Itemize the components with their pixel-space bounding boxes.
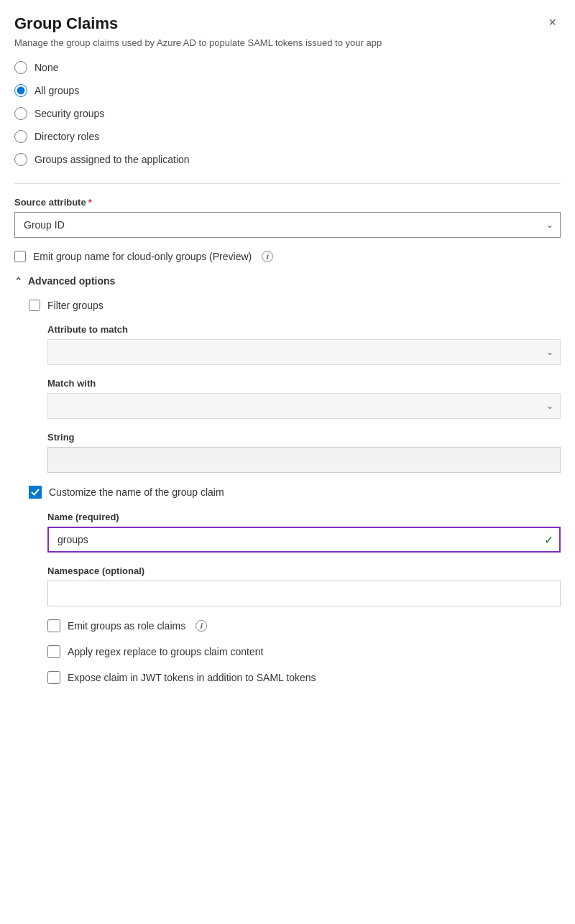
radio-directory-roles-input[interactable] — [14, 130, 27, 143]
expose-jwt-label: Expose claim in JWT tokens in addition t… — [68, 672, 316, 683]
radio-none[interactable]: None — [14, 61, 561, 74]
radio-security-groups[interactable]: Security groups — [14, 107, 561, 120]
filter-subfields: Attribute to match ⌄ Match with — [29, 324, 561, 473]
emit-role-claims-checkbox[interactable] — [47, 619, 60, 632]
customize-name-checkbox[interactable] — [29, 486, 42, 499]
customize-name-row: Customize the name of the group claim — [29, 486, 561, 499]
divider-1 — [14, 183, 561, 184]
name-field-wrapper: ✓ — [47, 527, 561, 553]
filter-groups-label: Filter groups — [47, 300, 104, 311]
match-with-select-wrapper: ⌄ — [47, 393, 561, 419]
emit-cloud-label: Emit group name for cloud-only groups (P… — [33, 251, 252, 262]
emit-role-claims-row: Emit groups as role claims i — [47, 619, 561, 632]
radio-all-groups[interactable]: All groups — [14, 84, 561, 97]
expose-jwt-checkbox[interactable] — [47, 671, 60, 684]
radio-none-label: None — [34, 62, 58, 73]
advanced-options-header[interactable]: ⌃ Advanced options — [14, 275, 561, 287]
group-claims-panel: Group Claims × Manage the group claims u… — [0, 0, 575, 719]
filter-groups-checkbox[interactable] — [29, 300, 40, 311]
radio-all-groups-input[interactable] — [14, 84, 27, 97]
panel-subtitle: Manage the group claims used by Azure AD… — [14, 37, 561, 48]
checkmark-icon — [31, 488, 40, 496]
radio-groups-assigned-input[interactable] — [14, 153, 27, 166]
name-required-section: Name (required) ✓ — [47, 512, 561, 553]
attribute-to-match-section: Attribute to match ⌄ — [47, 324, 561, 365]
apply-regex-row: Apply regex replace to groups claim cont… — [47, 645, 561, 658]
close-button[interactable]: × — [544, 14, 561, 30]
source-attribute-select-wrapper: Group ID sAMAccountName NetbiosDomain\sA… — [14, 212, 561, 238]
advanced-options-label: Advanced options — [28, 275, 115, 287]
string-label: String — [47, 432, 561, 443]
emit-cloud-info-icon[interactable]: i — [262, 251, 273, 262]
source-attribute-select[interactable]: Group ID sAMAccountName NetbiosDomain\sA… — [14, 212, 561, 238]
group-type-radio-group: None All groups Security groups Director… — [14, 61, 561, 166]
namespace-label: Namespace (optional) — [47, 565, 561, 576]
attribute-to-match-select-wrapper: ⌄ — [47, 339, 561, 365]
expose-jwt-row: Expose claim in JWT tokens in addition t… — [47, 671, 561, 684]
string-section: String — [47, 432, 561, 473]
customize-name-label: Customize the name of the group claim — [49, 486, 224, 498]
customize-subfields: Name (required) ✓ Namespace (optional) E… — [29, 512, 561, 684]
apply-regex-label: Apply regex replace to groups claim cont… — [68, 646, 263, 657]
radio-groups-assigned[interactable]: Groups assigned to the application — [14, 153, 561, 166]
radio-all-groups-label: All groups — [34, 85, 79, 96]
radio-security-groups-label: Security groups — [34, 108, 104, 119]
panel-header: Group Claims × — [14, 14, 561, 33]
match-with-label: Match with — [47, 378, 561, 389]
radio-directory-roles-label: Directory roles — [34, 131, 99, 142]
emit-cloud-row: Emit group name for cloud-only groups (P… — [14, 251, 561, 262]
emit-role-claims-label: Emit groups as role claims — [68, 620, 185, 632]
attribute-to-match-label: Attribute to match — [47, 324, 561, 335]
advanced-content: Filter groups Attribute to match ⌄ Ma — [14, 300, 561, 684]
namespace-input[interactable] — [47, 581, 561, 606]
radio-none-input[interactable] — [14, 61, 27, 74]
attribute-to-match-select[interactable] — [47, 339, 561, 365]
radio-security-groups-input[interactable] — [14, 107, 27, 120]
input-checkmark-icon: ✓ — [544, 533, 553, 547]
string-input[interactable] — [47, 447, 561, 473]
chevron-up-icon: ⌃ — [14, 276, 22, 287]
emit-role-claims-info-icon[interactable]: i — [196, 620, 207, 632]
emit-cloud-checkbox[interactable] — [14, 251, 26, 262]
filter-groups-row: Filter groups — [29, 300, 561, 311]
radio-directory-roles[interactable]: Directory roles — [14, 130, 561, 143]
namespace-section: Namespace (optional) — [47, 565, 561, 606]
apply-regex-checkbox[interactable] — [47, 645, 60, 658]
source-attribute-section: Source attribute* Group ID sAMAccountNam… — [14, 197, 561, 238]
name-required-label: Name (required) — [47, 512, 561, 522]
radio-groups-assigned-label: Groups assigned to the application — [34, 154, 190, 165]
advanced-section: ⌃ Advanced options Filter groups Attribu… — [14, 275, 561, 684]
required-star: * — [88, 197, 92, 208]
source-attribute-label: Source attribute* — [14, 197, 561, 208]
panel-title: Group Claims — [14, 14, 118, 33]
match-with-select[interactable] — [47, 393, 561, 419]
name-required-input[interactable] — [47, 527, 561, 553]
match-with-section: Match with ⌄ — [47, 378, 561, 419]
